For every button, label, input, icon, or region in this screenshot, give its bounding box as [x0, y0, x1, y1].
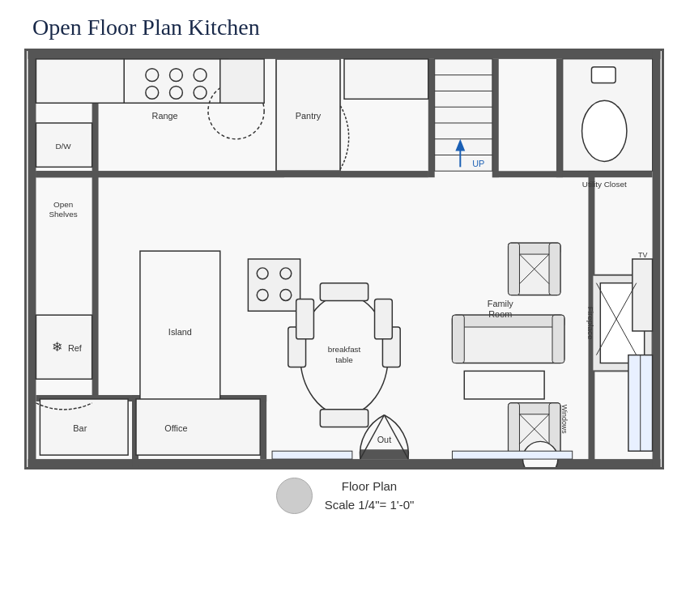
svg-text:Open: Open [53, 200, 73, 209]
footer-text: Floor Plan Scale 1/4"= 1'-0" [325, 478, 415, 514]
svg-text:TV: TV [638, 251, 647, 259]
scale-label: Scale 1/4"= 1'-0" [325, 496, 415, 515]
svg-rect-104 [272, 451, 352, 459]
svg-text:Island: Island [168, 327, 192, 337]
svg-rect-1 [28, 459, 661, 467]
svg-rect-31 [36, 59, 124, 103]
svg-rect-48 [435, 59, 492, 171]
scale-circle [276, 478, 313, 514]
svg-rect-64 [320, 410, 368, 427]
range-label: Range [152, 111, 178, 121]
svg-rect-30 [220, 59, 264, 103]
svg-text:❄: ❄ [52, 340, 62, 354]
svg-rect-105 [452, 451, 572, 459]
svg-rect-36 [36, 315, 92, 379]
svg-rect-41 [248, 259, 300, 311]
page-title: Open Floor Plan Kitchen [0, 0, 690, 49]
svg-rect-106 [344, 59, 428, 99]
svg-rect-100 [360, 449, 408, 459]
svg-text:Office: Office [164, 424, 187, 434]
svg-rect-2 [28, 51, 36, 467]
svg-rect-91 [632, 259, 653, 331]
svg-rect-83 [509, 403, 520, 455]
svg-rect-8 [428, 59, 435, 177]
svg-rect-9 [492, 59, 499, 177]
svg-text:table: table [335, 356, 353, 365]
svg-rect-74 [552, 315, 564, 363]
svg-rect-6 [340, 171, 428, 177]
svg-text:Utility Closet: Utility Closet [582, 180, 627, 189]
svg-rect-78 [549, 243, 560, 295]
svg-rect-73 [452, 315, 464, 363]
floor-plan-container: Range D/W Open Shelves ❄ Ref Island Pant… [24, 49, 664, 469]
svg-rect-10 [556, 59, 563, 177]
svg-text:Ref: Ref [68, 343, 83, 353]
svg-text:breakfast: breakfast [328, 345, 361, 354]
svg-rect-15 [132, 459, 260, 465]
svg-rect-3 [653, 51, 661, 467]
svg-text:Shelves: Shelves [49, 210, 77, 219]
svg-rect-67 [296, 299, 314, 338]
svg-text:Family: Family [488, 299, 514, 308]
svg-rect-98 [136, 399, 260, 455]
svg-text:Bar: Bar [73, 424, 87, 434]
svg-rect-68 [375, 299, 393, 338]
svg-text:Pantry: Pantry [296, 111, 322, 121]
svg-rect-87 [464, 371, 544, 399]
svg-rect-63 [320, 283, 368, 301]
svg-point-59 [582, 100, 627, 161]
svg-text:Out: Out [377, 435, 392, 444]
svg-rect-0 [28, 51, 661, 59]
svg-rect-60 [591, 67, 615, 83]
floor-plan-label: Floor Plan [325, 478, 415, 496]
svg-rect-17 [260, 395, 266, 459]
svg-text:Room: Room [488, 309, 512, 319]
svg-text:D/W: D/W [55, 142, 71, 151]
svg-text:Fireplace: Fireplace [586, 307, 595, 340]
svg-rect-12 [36, 171, 92, 177]
footer: Floor Plan Scale 1/4"= 1'-0" [0, 478, 690, 514]
svg-text:UP: UP [472, 159, 484, 168]
svg-rect-11 [92, 59, 99, 419]
svg-rect-77 [509, 243, 520, 295]
svg-text:Windows: Windows [560, 405, 569, 435]
svg-rect-7 [492, 171, 653, 177]
